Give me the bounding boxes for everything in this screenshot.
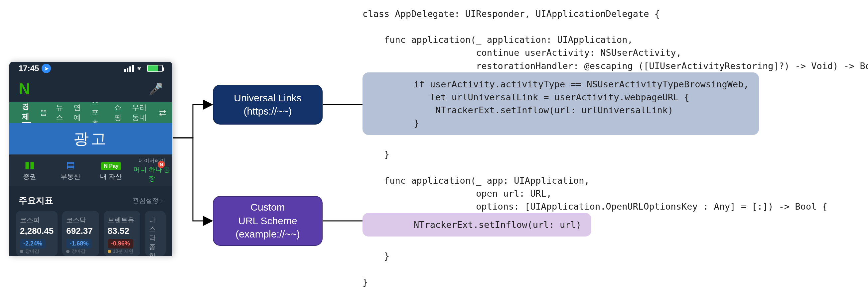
shortcut-assets[interactable]: N Pay 내 자산 [91, 159, 132, 181]
code-line: func application(_ app: UIApplication, [363, 175, 590, 186]
code-line: } [363, 251, 390, 261]
notification-badge: N [158, 161, 165, 168]
npay-icon: N Pay [91, 159, 132, 171]
code-highlight-custom: NTrackerExt.setInflow(url: url) [363, 213, 591, 237]
tab-economy[interactable]: 경제 [22, 102, 31, 123]
tab-item[interactable]: 뉴스 [56, 103, 65, 122]
wifi-icon: ᯤ [137, 65, 144, 72]
battery-icon [147, 65, 163, 72]
bubble-line: Universal Links [234, 91, 301, 105]
universal-links-node: Universal Links (https://~~) [213, 85, 322, 124]
code-block: class AppDelegate: UIResponder, UIApplic… [363, 7, 868, 287]
code-highlight-universal: if userActivity.activityType == NSUserAc… [363, 72, 759, 135]
bubble-line: (https://~~) [243, 105, 292, 118]
code-line: open url: URL, [363, 188, 552, 199]
code-line: options: [UIApplication.OpenURLOptionsKe… [363, 201, 828, 212]
index-card[interactable]: 브렌트유 83.52 -0.96% 10분 지연 [104, 211, 141, 256]
section-title: 주요지표 [19, 195, 53, 206]
interest-settings-link[interactable]: 관심설정 › [132, 196, 163, 205]
code-line: class AppDelegate: UIResponder, UIApplic… [363, 9, 660, 19]
category-tabs: 경제 쁨 뉴스 연예 스포츠 쇼핑 우리동네 ⇄ [9, 102, 172, 123]
naver-logo: N [19, 80, 30, 98]
bubble-line: URL Scheme [238, 214, 297, 228]
shortcut-realestate[interactable]: ▤ 부동산 [50, 159, 91, 181]
code-line: } [363, 149, 390, 159]
shortcut-row: ▮▮ 증권 ▤ 부동산 N Pay 내 자산 N 네이버페이 머니 하나 통장 [9, 154, 172, 186]
status-time: 17:45 [19, 64, 39, 73]
chart-icon: ▮▮ [9, 159, 50, 171]
search-bar: N 🎤 [9, 75, 172, 102]
building-icon: ▤ [50, 159, 91, 171]
code-line: restorationHandler: @escaping ([UIUserAc… [363, 61, 868, 71]
signal-icon [124, 65, 134, 72]
phone-mockup: 17:45 ➤ ᯤ N 🎤 경제 쁨 뉴스 연예 스포츠 쇼핑 우리동네 ⇄ 광… [9, 62, 172, 256]
tab-item[interactable]: 연예 [73, 103, 83, 122]
status-bar: 17:45 ➤ ᯤ [9, 62, 172, 75]
bubble-line: Custom [250, 201, 285, 214]
shortcut-promo[interactable]: N 네이버페이 머니 하나 통장 [132, 157, 173, 183]
mic-icon[interactable]: 🎤 [149, 82, 163, 95]
tab-reorder-icon[interactable]: ⇄ [159, 108, 166, 118]
location-icon: ➤ [41, 64, 51, 73]
code-line: } [363, 277, 368, 287]
ad-banner[interactable]: 광고 [9, 123, 172, 154]
custom-url-scheme-node: Custom URL Scheme (example://~~) [213, 196, 322, 246]
shortcut-stocks[interactable]: ▮▮ 증권 [9, 159, 50, 181]
tab-item[interactable]: 쇼핑 [114, 103, 123, 122]
tab-item[interactable]: 우리동네 [132, 103, 150, 122]
bubble-line: (example://~~) [236, 227, 300, 241]
tab-item[interactable]: 쁨 [40, 108, 47, 117]
section-header: 주요지표 관심설정 › [9, 186, 172, 211]
index-card[interactable]: 코스닥 692.37 -1.68% 장마감 [62, 211, 99, 256]
code-line: continue userActivity: NSUserActivity, [363, 47, 681, 58]
index-card[interactable]: 코스피 2,280.45 -2.24% 장마감 [16, 211, 58, 256]
ad-text: 광고 [73, 129, 108, 149]
tab-item[interactable]: 스포츠 [91, 102, 105, 123]
index-card[interactable]: 나스닥 종합 10,353.2 -1.38% 장마감 [145, 211, 166, 256]
code-line: func application(_ application: UIApplic… [363, 35, 633, 45]
index-cards: 코스피 2,280.45 -2.24% 장마감 코스닥 692.37 -1.68… [9, 211, 172, 256]
